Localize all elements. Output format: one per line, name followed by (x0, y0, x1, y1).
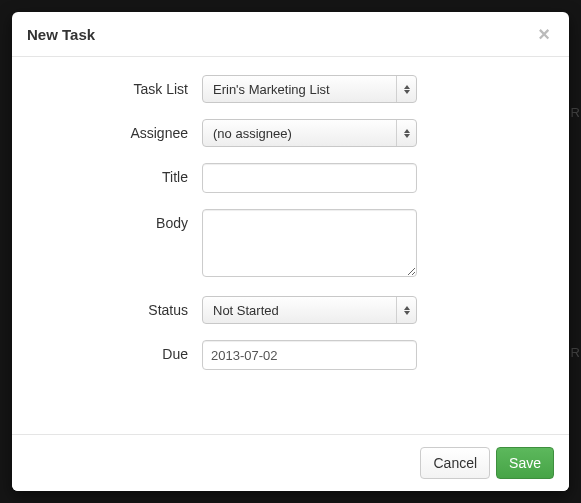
chevron-up-down-icon (396, 120, 416, 146)
task-list-label: Task List (32, 75, 202, 97)
modal-footer: Cancel Save (12, 434, 569, 491)
background-text: R (571, 345, 580, 360)
task-list-select[interactable]: Erin's Marketing List (202, 75, 417, 103)
title-input[interactable] (202, 163, 417, 193)
status-label: Status (32, 296, 202, 318)
field-status: Status Not Started (32, 296, 549, 324)
field-assignee: Assignee (no assignee) (32, 119, 549, 147)
assignee-select[interactable]: (no assignee) (202, 119, 417, 147)
due-label: Due (32, 340, 202, 362)
body-label: Body (32, 209, 202, 231)
due-input[interactable] (202, 340, 417, 370)
new-task-modal: New Task × Task List Erin's Marketing Li… (12, 12, 569, 491)
status-value: Not Started (213, 303, 279, 318)
assignee-value: (no assignee) (213, 126, 292, 141)
title-label: Title (32, 163, 202, 185)
modal-header: New Task × (12, 12, 569, 57)
task-list-value: Erin's Marketing List (213, 82, 330, 97)
modal-title: New Task (27, 26, 95, 43)
field-body: Body (32, 209, 549, 280)
field-title: Title (32, 163, 549, 193)
field-task-list: Task List Erin's Marketing List (32, 75, 549, 103)
body-textarea[interactable] (202, 209, 417, 277)
background-text: R (571, 105, 580, 120)
close-icon[interactable]: × (534, 24, 554, 44)
status-select[interactable]: Not Started (202, 296, 417, 324)
field-due: Due (32, 340, 549, 370)
cancel-button[interactable]: Cancel (420, 447, 490, 479)
save-button[interactable]: Save (496, 447, 554, 479)
assignee-label: Assignee (32, 119, 202, 141)
chevron-up-down-icon (396, 76, 416, 102)
modal-body: Task List Erin's Marketing List Assignee… (12, 57, 569, 434)
chevron-up-down-icon (396, 297, 416, 323)
